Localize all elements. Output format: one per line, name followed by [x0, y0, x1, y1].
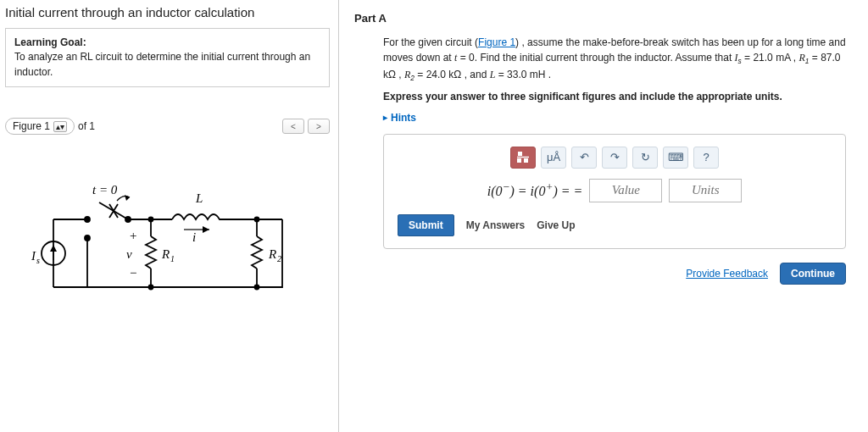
my-answers-button[interactable]: My Answers: [466, 219, 526, 231]
svg-text:v: v: [126, 247, 132, 261]
undo-icon[interactable]: ↶: [571, 147, 597, 169]
value-input[interactable]: [589, 179, 662, 202]
svg-text:+: +: [130, 229, 136, 242]
figure-prev-button[interactable]: <: [282, 119, 304, 134]
svg-text:−: −: [130, 266, 136, 280]
figure-bar: Figure 1 ▴▾ of 1 < >: [5, 118, 330, 135]
svg-point-19: [148, 218, 153, 222]
svg-text:i: i: [192, 230, 196, 244]
question-text: For the given circuit (Figure 1) , assum…: [354, 35, 853, 249]
units-tool-icon[interactable]: μÅ: [541, 147, 566, 169]
svg-point-20: [148, 285, 153, 290]
figure-of-text: of 1: [78, 120, 95, 132]
provide-feedback-link[interactable]: Provide Feedback: [686, 268, 768, 280]
svg-text:2: 2: [277, 254, 281, 263]
right-panel: Part A For the given circuit (Figure 1) …: [339, 0, 868, 432]
svg-marker-10: [203, 226, 209, 233]
svg-rect-34: [524, 158, 528, 163]
svg-rect-32: [518, 152, 522, 156]
svg-text:L: L: [195, 191, 203, 205]
svg-point-29: [254, 285, 259, 290]
figure-select-icon[interactable]: ▴▾: [53, 121, 67, 132]
svg-text:R: R: [268, 247, 276, 261]
learning-goal-box: Learning Goal: To analyze an RL circuit …: [5, 28, 330, 87]
action-row: Submit My Answers Give Up: [398, 214, 832, 236]
redo-icon[interactable]: ↷: [602, 147, 627, 169]
answer-box: μÅ ↶ ↷ ↻ ⌨ ? i(0−) = i(0+) = = Submit My…: [383, 134, 846, 249]
svg-text:1: 1: [170, 254, 175, 263]
continue-button[interactable]: Continue: [780, 263, 846, 285]
reset-icon[interactable]: ↻: [632, 147, 658, 169]
part-label: Part A: [354, 12, 853, 25]
fraction-tool-icon[interactable]: [510, 147, 536, 169]
units-input[interactable]: [669, 179, 742, 202]
figure-label: Figure 1: [13, 120, 50, 132]
equation-toolbar: μÅ ↶ ↷ ↻ ⌨ ?: [398, 147, 832, 169]
svg-rect-33: [517, 158, 521, 163]
answer-instruction: Express your answer to three significant…: [383, 89, 853, 104]
circuit-figure: t = 0 L i I s: [5, 160, 330, 315]
figure-next-button[interactable]: >: [308, 119, 330, 134]
svg-marker-14: [50, 245, 57, 252]
submit-button[interactable]: Submit: [398, 214, 454, 236]
svg-text:I: I: [31, 249, 36, 263]
figure-link[interactable]: Figure 1: [478, 36, 515, 48]
footer-row: Provide Feedback Continue: [354, 263, 853, 285]
equation-row: i(0−) = i(0+) = =: [398, 179, 832, 202]
svg-text:t = 0: t = 0: [92, 183, 118, 197]
learning-goal-text: To analyze an RL circuit to determine th…: [14, 51, 310, 77]
svg-point-0: [85, 217, 90, 222]
page-title: Initial current through an inductor calc…: [5, 5, 330, 19]
svg-point-28: [254, 218, 259, 222]
hints-toggle[interactable]: Hints: [383, 110, 416, 125]
equation-label: i(0−) = i(0+) = =: [487, 179, 583, 202]
left-panel: Initial current through an inductor calc…: [0, 0, 339, 432]
keyboard-icon[interactable]: ⌨: [663, 147, 688, 169]
svg-marker-7: [125, 195, 130, 201]
learning-goal-heading: Learning Goal:: [14, 36, 86, 48]
svg-text:s: s: [36, 256, 40, 265]
help-icon[interactable]: ?: [693, 147, 719, 169]
figure-label-pill: Figure 1 ▴▾: [5, 118, 75, 135]
give-up-button[interactable]: Give Up: [537, 219, 575, 231]
svg-text:R: R: [161, 247, 170, 261]
